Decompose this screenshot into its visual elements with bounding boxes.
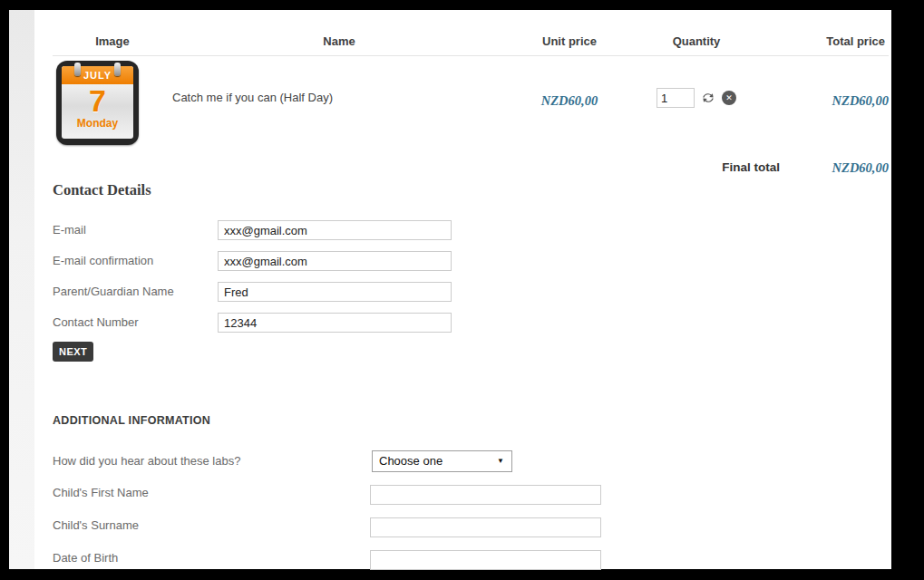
next-button[interactable]: NEXT: [53, 342, 93, 362]
email-input[interactable]: [218, 220, 452, 240]
item-total-price-cell: NZD60,00: [760, 56, 889, 109]
page-frame: Image Name Unit price Quantity Total pri…: [9, 10, 891, 569]
contact-details-heading: Contact Details: [53, 181, 151, 199]
childs-surname-label: Child's Surname: [53, 515, 361, 536]
childs-surname-input[interactable]: [370, 517, 601, 537]
childs-first-name-label: Child's First Name: [53, 482, 361, 504]
date-of-birth-label: Date of Birth: [53, 547, 361, 569]
final-total-row: Final total NZD60,00: [53, 160, 889, 179]
email-confirmation-input[interactable]: [218, 251, 452, 271]
calendar-image: JULY 7 Monday: [56, 61, 139, 145]
item-unit-price-cell: NZD60,00: [506, 56, 633, 109]
item-quantity-cell: ✕: [633, 56, 760, 108]
email-label: E-mail: [53, 220, 216, 240]
close-icon: ✕: [722, 91, 736, 105]
hear-about-select[interactable]: Choose one ▼: [372, 450, 512, 472]
item-unit-price: NZD60,00: [541, 93, 598, 108]
email-confirmation-label: E-mail confirmation: [53, 251, 216, 271]
remove-item-button[interactable]: ✕: [722, 91, 736, 105]
calendar-page: JULY 7 Monday: [62, 66, 133, 139]
quantity-input[interactable]: [657, 88, 695, 108]
additional-information-heading: ADDITIONAL INFORMATION: [53, 414, 210, 427]
chevron-down-icon: ▼: [497, 451, 504, 471]
hear-about-selected-value: Choose one: [379, 451, 443, 471]
item-total-price: NZD60,00: [832, 93, 889, 108]
childs-first-name-input[interactable]: [370, 485, 601, 505]
calendar-pin-icon: [74, 63, 81, 76]
col-header-name: Name: [172, 34, 506, 48]
cart-table-header: Image Name Unit price Quantity Total pri…: [53, 34, 889, 56]
final-total-label: Final total: [722, 160, 780, 174]
calendar-day: 7: [62, 84, 133, 117]
cart-item-row: JULY 7 Monday Catch me if you can (Half …: [53, 56, 889, 145]
calendar-weekday: Monday: [62, 117, 133, 130]
col-header-total-price: Total price: [760, 34, 889, 48]
contact-number-input[interactable]: [218, 313, 452, 333]
calendar-pin-icon: [114, 63, 121, 76]
update-quantity-button[interactable]: [701, 91, 715, 105]
hear-about-label: How did you hear about these labs?: [53, 450, 361, 472]
cart-table: Image Name Unit price Quantity Total pri…: [53, 34, 889, 145]
checkout-page: Image Name Unit price Quantity Total pri…: [34, 10, 891, 569]
col-header-image: Image: [53, 34, 172, 48]
item-name: Catch me if you can (Half Day): [172, 56, 506, 104]
col-header-quantity: Quantity: [633, 34, 760, 48]
final-total-value: NZD60,00: [832, 160, 889, 176]
parent-guardian-name-label: Parent/Guardian Name: [53, 282, 216, 302]
calendar-month: JULY: [62, 66, 133, 84]
left-gutter: [9, 10, 34, 569]
date-of-birth-input[interactable]: [370, 550, 601, 570]
parent-guardian-name-input[interactable]: [218, 282, 452, 302]
refresh-icon: [701, 91, 715, 105]
col-header-unit-price: Unit price: [506, 34, 633, 48]
contact-number-label: Contact Number: [53, 313, 216, 333]
item-image-cell: JULY 7 Monday: [53, 56, 172, 145]
